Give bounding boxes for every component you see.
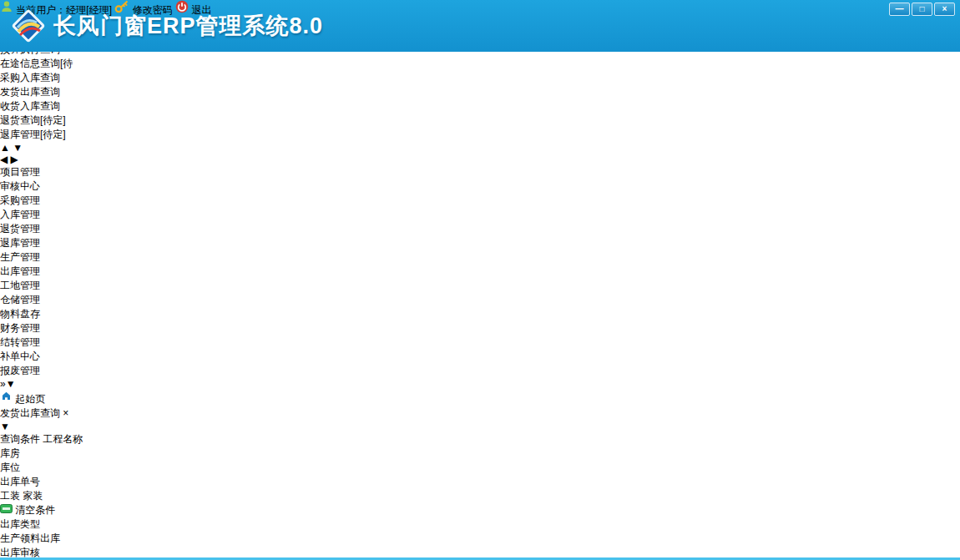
sidebar: 功能列表 统计分析 « – 统计分析 预算执行查询在途信息查询[待采购入库查询发… [0,0,960,390]
sidebar-item-label: 采购管理 [0,194,40,206]
tree-item-label: 收货入库查询 [0,100,60,112]
audit-label: 出库审核 [0,547,40,558]
out-type-select[interactable]: 生产领料出库 [0,532,63,546]
sidebar-item[interactable]: 结转管理 [0,335,960,350]
sidebar-item[interactable]: 物料盘存 [0,307,960,321]
out-type-label: 出库类型 [0,518,40,530]
scroll-left-icon[interactable]: ◀ [0,154,8,165]
sidebar-item[interactable]: 补单中心 [0,350,960,364]
tree-item[interactable]: 收货入库查询 [0,99,960,114]
sidebar-item-label: 仓储管理 [0,294,40,305]
sidebar-item[interactable]: 工地管理 [0,279,960,293]
sidebar-item[interactable]: 退货管理 [0,222,960,236]
clear-icon [0,504,13,513]
sidebar-item[interactable]: 生产管理 [0,250,960,265]
sidebar-item[interactable]: 审核中心 [0,179,960,194]
tab-home[interactable]: 起始页 [0,390,960,406]
tab-close-icon[interactable]: × [63,407,68,419]
tree-item-label: 在途信息查询[待 [0,58,73,69]
sidebar-item-label: 退库管理 [0,237,40,249]
sidebar-item-label: 报废管理 [0,365,40,376]
sidebar-item-label: 结转管理 [0,336,40,348]
sidebar-item[interactable]: 财务管理 [0,321,960,335]
order-no-label: 出库单号 [0,476,40,487]
tree-item[interactable]: 退货查询[待定] [0,114,960,128]
tree-item[interactable]: 在途信息查询[待 [0,57,960,71]
tree-item-label: 发货出库查询 [0,86,60,98]
sidebar-item[interactable]: 报废管理 [0,364,960,378]
tree-item[interactable]: 发货出库查询 [0,85,960,99]
scroll-down-icon[interactable]: ▼ [13,142,23,154]
accordion-menu: 项目管理审核中心采购管理入库管理退货管理退库管理生产管理出库管理工地管理仓储管理… [0,165,960,378]
sidebar-panel: 统计分析 « – 统计分析 预算执行查询在途信息查询[待采购入库查询发货出库查询… [0,14,960,390]
sidebar-item-label: 项目管理 [0,166,40,178]
document-tabstrip: 起始页 发货出库查询 × ▼ [0,390,960,432]
sidebar-item[interactable]: 采购管理 [0,194,960,208]
tree-vertical-scrollbar[interactable]: ▲ ▼ [0,142,960,154]
tree-item-label: 退库管理[待定] [0,129,66,140]
query-conditions-group: 查询条件 工程名称 库房 库位 出库单号 工装 家装 清空条件 出库类型 生产领… [0,432,960,560]
app-title: 长风门窗ERP管理系统8.0 [53,11,323,41]
tree-items: 预算执行查询在途信息查询[待采购入库查询发货出库查询收货入库查询退货查询[待定]… [0,43,960,142]
sidebar-item-label: 补单中心 [0,351,40,362]
tree-item[interactable]: 采购入库查询 [0,71,960,85]
app-logo-icon [8,6,48,46]
tab-overflow-icon[interactable]: ▼ [0,421,10,432]
tab-shipment-query[interactable]: 发货出库查询 × [0,406,960,421]
sidebar-item-label: 出库管理 [0,265,40,277]
sidebar-item-label: 财务管理 [0,322,40,334]
project-name-label: 工程名称 [43,433,83,445]
sidebar-item-label: 入库管理 [0,209,40,220]
location-label: 库位 [0,462,20,473]
radio-jiazhuang-label[interactable]: 家装 [23,490,43,502]
sidebar-item-label: 物料盘存 [0,308,40,320]
main-content: 起始页 发货出库查询 × ▼ 查询条件 工程名称 库房 库位 出库单号 工装 家… [0,390,960,560]
warehouse-label: 库房 [0,447,20,459]
maximize-button[interactable]: □ [912,3,932,16]
sidebar-item[interactable]: 仓储管理 [0,293,960,307]
tree-item-label: 采购入库查询 [0,72,60,83]
sidebar-item-label: 生产管理 [0,251,40,263]
sidebar-item-label: 审核中心 [0,180,40,192]
sidebar-item[interactable]: 退库管理 [0,236,960,250]
sidebar-item-label: 退货管理 [0,223,40,235]
tree-horizontal-scrollbar[interactable]: ◀ ▶ [0,154,960,165]
sidebar-item[interactable]: 项目管理 [0,165,960,179]
more-buttons-chevron[interactable]: »▼ [0,378,16,390]
clear-conditions-button[interactable]: 清空条件 [0,503,86,517]
sidebar-item-label: 工地管理 [0,280,40,291]
minimize-button[interactable]: — [889,3,910,16]
sidebar-bottom-strip: »▼ [0,378,960,390]
chevron-down-icon: ▼ [6,378,16,390]
window-controls: — □ × [889,3,955,16]
sidebar-item[interactable]: 入库管理 [0,208,960,222]
sidebar-item[interactable]: 出库管理 [0,265,960,279]
tree-item-label: 退货查询[待定] [0,114,66,126]
home-icon [0,390,13,402]
scroll-up-icon[interactable]: ▲ [0,142,10,154]
group-title: 查询条件 [0,433,40,445]
tree-item[interactable]: 退库管理[待定] [0,128,960,142]
scroll-right-icon[interactable]: ▶ [11,154,18,165]
close-button[interactable]: × [934,3,955,16]
radio-gongzhuang-label[interactable]: 工装 [0,490,20,502]
title-bar: 长风门窗ERP管理系统8.0 — □ × 当前用户：经理[经理] 修改密码 退出 [0,0,960,52]
